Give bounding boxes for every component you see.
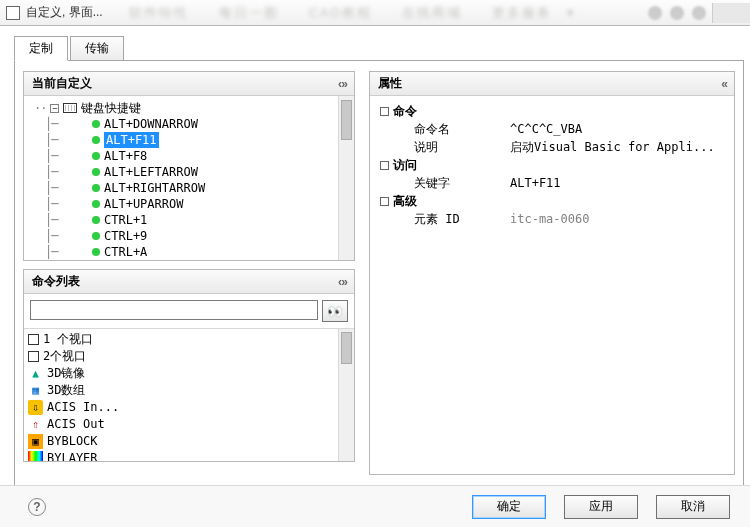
status-dot-icon — [92, 136, 100, 144]
panel-current-custom: 当前自定义 ‹ » ··−键盘快捷键 │─ALT+DOWNARROW │─ALT… — [23, 71, 355, 261]
tree-item-label: ALT+F8 — [104, 148, 147, 164]
shortcut-tree[interactable]: ··−键盘快捷键 │─ALT+DOWNARROW │─ALT+F11 │─ALT… — [24, 96, 354, 260]
prop-group-access[interactable]: 访问 — [380, 156, 724, 174]
command-list-label: 3D镜像 — [47, 365, 85, 382]
prop-group-advanced[interactable]: 高级 — [380, 192, 724, 210]
titlebar-right — [648, 6, 706, 20]
panel-current-toggle-icon[interactable]: ‹ » — [338, 77, 346, 91]
tree-item-label: CTRL+9 — [104, 228, 147, 244]
apply-button[interactable]: 应用 — [564, 495, 638, 519]
tree-item-label: ALT+F11 — [104, 132, 159, 148]
command-list-item[interactable]: ▣BYBLOCK — [28, 433, 350, 450]
tree-item-label: ALT+UPARROW — [104, 196, 183, 212]
property-grid: 命令 命令名 ^C^C^C_VBA 说明 启动Visual Basic for … — [370, 96, 734, 474]
collapse-icon — [380, 107, 389, 116]
command-list-item[interactable]: BYLAYER — [28, 450, 350, 461]
panel-cmdlist-title: 命令列表 — [32, 273, 80, 290]
prop-row-keyword[interactable]: 关键字 ALT+F11 — [380, 174, 724, 192]
byblock-icon: ▣ — [28, 434, 43, 449]
bylayer-icon — [28, 451, 43, 461]
tree-item[interactable]: │─CTRL+1 — [34, 212, 352, 228]
find-button[interactable]: 👀 — [322, 300, 348, 322]
prop-row-desc[interactable]: 说明 启动Visual Basic for Appli... — [380, 138, 724, 156]
titlebar: 自定义, 界面... 软件特性 每日一图 CAD教程 在线商城 更多服务 ▾ — [0, 0, 750, 26]
command-list-item[interactable]: 1 个视口 — [28, 331, 350, 348]
panel-props-toggle-icon[interactable]: « — [721, 77, 726, 91]
tab-custom-label: 定制 — [29, 41, 53, 55]
checkbox-icon — [28, 351, 39, 362]
tree-item[interactable]: │─CTRL+9 — [34, 228, 352, 244]
tab-body: 当前自定义 ‹ » ··−键盘快捷键 │─ALT+DOWNARROW │─ALT… — [14, 60, 744, 490]
tree-item-label: ALT+DOWNARROW — [104, 116, 198, 132]
tree-item[interactable]: │─ALT+F8 — [34, 148, 352, 164]
window-title: 自定义, 界面... — [26, 4, 103, 21]
tree-item[interactable]: │─ALT+RIGHTARROW — [34, 180, 352, 196]
blurred-menu: 软件特性 每日一图 CAD教程 在线商城 更多服务 ▾ — [129, 4, 576, 22]
command-list-label: BYLAYER — [47, 450, 98, 461]
prop-group-command[interactable]: 命令 — [380, 102, 724, 120]
cancel-button[interactable]: 取消 — [656, 495, 730, 519]
binoculars-icon: 👀 — [327, 304, 343, 319]
app-icon — [6, 6, 20, 20]
tree-expander-icon[interactable]: − — [50, 104, 59, 113]
ok-button[interactable]: 确定 — [472, 495, 546, 519]
command-list-label: 3D数组 — [47, 382, 85, 399]
tree-root-label[interactable]: 键盘快捷键 — [81, 100, 141, 116]
tree-item[interactable]: │─ALT+UPARROW — [34, 196, 352, 212]
collapse-icon — [380, 197, 389, 206]
tree-item[interactable]: │─ALT+F11 — [34, 132, 352, 148]
command-list-item[interactable]: ⇩ACIS In... — [28, 399, 350, 416]
command-list-label: 1 个视口 — [43, 331, 93, 348]
tree-item-label: CTRL+A — [104, 244, 147, 260]
tree-item-label: ALT+LEFTARROW — [104, 164, 198, 180]
tab-transfer-label: 传输 — [85, 41, 109, 55]
command-list-item[interactable]: ▲3D镜像 — [28, 365, 350, 382]
collapse-icon — [380, 161, 389, 170]
panel-current-title: 当前自定义 — [32, 75, 92, 92]
command-search-input[interactable] — [30, 300, 318, 320]
status-dot-icon — [92, 200, 100, 208]
status-dot-icon — [92, 184, 100, 192]
tab-transfer[interactable]: 传输 — [70, 36, 124, 61]
prop-row-name[interactable]: 命令名 ^C^C^C_VBA — [380, 120, 724, 138]
command-list-item[interactable]: ▦3D数组 — [28, 382, 350, 399]
cmdlist-scrollbar[interactable] — [338, 329, 354, 461]
status-dot-icon — [92, 152, 100, 160]
command-list-label: ACIS Out — [47, 416, 105, 433]
tree-scrollbar[interactable] — [338, 96, 354, 260]
tree-item-label: CTRL+1 — [104, 212, 147, 228]
status-dot-icon — [92, 248, 100, 256]
status-dot-icon — [92, 168, 100, 176]
ok-label: 确定 — [497, 498, 521, 515]
tab-custom[interactable]: 定制 — [14, 36, 68, 61]
status-dot-icon — [92, 216, 100, 224]
array3d-icon: ▦ — [28, 383, 43, 398]
dialog-footer: ? 确定 应用 取消 — [0, 485, 750, 527]
command-list-item[interactable]: ⇧ACIS Out — [28, 416, 350, 433]
checkbox-icon — [28, 334, 39, 345]
mirror3d-icon: ▲ — [28, 366, 43, 381]
cancel-label: 取消 — [681, 498, 705, 515]
command-list-item[interactable]: 2个视口 — [28, 348, 350, 365]
tree-item[interactable]: │─CTRL+A — [34, 244, 352, 260]
panel-cmdlist: 命令列表 ‹ » 👀 1 个视口2个视口▲3D镜像▦3D数组⇩ACIS In..… — [23, 269, 355, 462]
command-list-label: BYBLOCK — [47, 433, 98, 450]
panel-cmdlist-toggle-icon[interactable]: ‹ » — [338, 275, 346, 289]
tree-item[interactable]: │─ALT+DOWNARROW — [34, 116, 352, 132]
help-button[interactable]: ? — [28, 498, 46, 516]
tab-strip: 定制 传输 — [14, 36, 744, 61]
apply-label: 应用 — [589, 498, 613, 515]
acis-out-icon: ⇧ — [28, 417, 43, 432]
status-dot-icon — [92, 120, 100, 128]
close-icon[interactable] — [712, 3, 750, 23]
command-list-label: ACIS In... — [47, 399, 119, 416]
command-list[interactable]: 1 个视口2个视口▲3D镜像▦3D数组⇩ACIS In...⇧ACIS Out▣… — [24, 329, 354, 461]
panel-props-title: 属性 — [378, 75, 402, 92]
keyboard-icon — [63, 103, 77, 113]
status-dot-icon — [92, 232, 100, 240]
acis-in-icon: ⇩ — [28, 400, 43, 415]
tree-item[interactable]: │─ALT+LEFTARROW — [34, 164, 352, 180]
panel-properties: 属性 « 命令 命令名 ^C^C^C_VBA 说明 启动Visual Basic… — [369, 71, 735, 475]
prop-row-element-id[interactable]: 元素 ID itc-ma-0060 — [380, 210, 724, 228]
tree-item-label: ALT+RIGHTARROW — [104, 180, 205, 196]
